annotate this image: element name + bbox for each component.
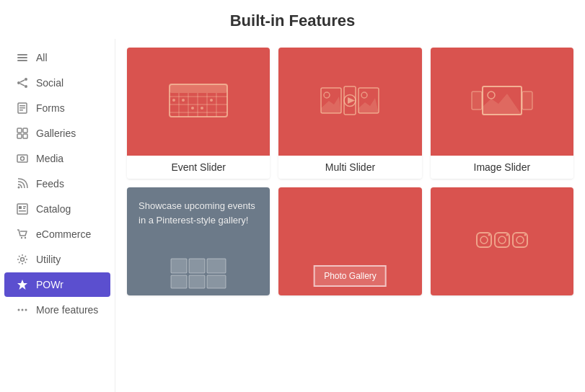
sidebar-item-ecommerce[interactable]: eCommerce [4, 222, 110, 246]
sidebar-label-more: More features [36, 304, 98, 316]
svg-rect-62 [207, 275, 226, 288]
card-instagram-feed[interactable] [431, 187, 573, 295]
sidebar: All Social [0, 39, 115, 392]
svg-marker-50 [348, 97, 355, 104]
card-photo-gallery-image: Photo Gallery [278, 187, 421, 295]
svg-point-17 [21, 157, 25, 161]
svg-point-30 [25, 309, 27, 311]
card-pinterest-gallery[interactable]: Showcase upcoming events in a Pinterest-… [127, 187, 270, 295]
svg-point-54 [488, 92, 495, 99]
svg-rect-60 [171, 275, 187, 288]
sidebar-item-more[interactable]: More features [4, 298, 110, 322]
svg-rect-11 [19, 110, 23, 111]
svg-rect-23 [19, 210, 26, 212]
share-icon [16, 76, 29, 89]
svg-point-18 [18, 187, 20, 189]
svg-point-71 [524, 234, 526, 236]
svg-rect-2 [17, 60, 27, 61]
svg-rect-56 [522, 92, 532, 110]
catalog-icon [16, 202, 29, 215]
svg-rect-12 [17, 128, 22, 133]
card-image-slider[interactable]: Image Slider [431, 48, 573, 179]
galleries-icon [16, 127, 29, 140]
photo-gallery-overlay-label: Photo Gallery [314, 265, 387, 287]
svg-marker-27 [17, 280, 27, 290]
main-layout: All Social [0, 39, 585, 392]
svg-rect-55 [472, 92, 482, 110]
sidebar-item-utility[interactable]: Utility [4, 247, 110, 272]
sidebar-label-ecommerce: eCommerce [36, 228, 91, 240]
svg-rect-19 [17, 204, 27, 214]
svg-rect-57 [171, 259, 187, 273]
sidebar-label-media: Media [36, 153, 63, 164]
svg-rect-13 [23, 128, 27, 133]
svg-point-24 [21, 237, 22, 239]
svg-rect-59 [207, 259, 226, 273]
svg-point-26 [21, 258, 25, 262]
card-event-slider-label: Event Slider [127, 156, 270, 179]
svg-point-65 [488, 234, 490, 236]
svg-rect-58 [189, 259, 205, 273]
svg-point-43 [191, 107, 194, 110]
card-multi-slider-image [278, 48, 421, 156]
cart-icon [16, 228, 29, 241]
multi-slider-icon [317, 81, 382, 123]
sidebar-item-social[interactable]: Social [4, 71, 110, 95]
svg-rect-9 [19, 105, 25, 107]
svg-point-68 [506, 234, 508, 236]
page-title: Built-in Features [0, 0, 585, 39]
card-event-slider[interactable]: Event Slider [127, 48, 270, 179]
sidebar-label-catalog: Catalog [36, 203, 71, 215]
sidebar-label-all: All [36, 52, 48, 63]
svg-point-44 [201, 107, 203, 110]
svg-point-41 [172, 99, 175, 102]
svg-line-6 [20, 80, 25, 82]
svg-rect-20 [19, 206, 22, 209]
sidebar-label-powr: POWr [36, 279, 63, 290]
svg-rect-15 [23, 134, 27, 138]
card-pinterest-image: Showcase upcoming events in a Pinterest-… [127, 187, 270, 295]
card-multi-slider-label: Multi Slider [278, 156, 421, 179]
feeds-icon [16, 177, 29, 190]
sidebar-label-utility: Utility [36, 254, 61, 265]
svg-rect-14 [17, 134, 22, 138]
content-area: Event Slider [115, 39, 585, 392]
svg-point-67 [498, 236, 506, 244]
card-event-slider-image [127, 48, 270, 156]
menu-icon [16, 51, 29, 64]
svg-point-47 [324, 92, 330, 98]
media-icon [16, 152, 29, 165]
sidebar-item-media[interactable]: Media [4, 146, 110, 171]
svg-rect-10 [19, 107, 25, 109]
sidebar-item-catalog[interactable]: Catalog [4, 197, 110, 221]
svg-rect-16 [17, 155, 27, 162]
sidebar-item-feeds[interactable]: Feeds [4, 172, 110, 196]
instagram-icon [473, 229, 531, 254]
svg-rect-61 [189, 275, 205, 288]
svg-rect-0 [17, 54, 27, 55]
sidebar-item-galleries[interactable]: Galleries [4, 121, 110, 146]
svg-point-3 [25, 78, 27, 81]
svg-rect-32 [170, 84, 227, 93]
sidebar-label-feeds: Feeds [36, 178, 64, 190]
card-multi-slider[interactable]: Multi Slider [278, 48, 421, 179]
svg-point-29 [22, 309, 24, 311]
card-pinterest-description: Showcase upcoming events in a Pinterest-… [127, 187, 270, 239]
svg-line-7 [20, 84, 25, 86]
svg-point-42 [182, 99, 185, 102]
star-icon [16, 278, 29, 291]
sidebar-item-powr[interactable]: POWr [4, 272, 110, 297]
svg-point-45 [210, 99, 213, 102]
sidebar-item-all[interactable]: All [4, 45, 110, 70]
sidebar-label-social: Social [36, 77, 63, 89]
feature-grid: Event Slider [127, 48, 573, 295]
svg-point-64 [480, 236, 488, 244]
svg-point-4 [17, 81, 20, 84]
sidebar-item-forms[interactable]: Forms [4, 96, 110, 120]
svg-rect-21 [23, 206, 26, 208]
card-image-slider-image [431, 48, 573, 156]
event-slider-icon [166, 81, 231, 123]
sidebar-label-forms: Forms [36, 102, 65, 114]
card-photo-gallery[interactable]: Photo Gallery [278, 187, 421, 295]
svg-rect-22 [23, 208, 25, 210]
